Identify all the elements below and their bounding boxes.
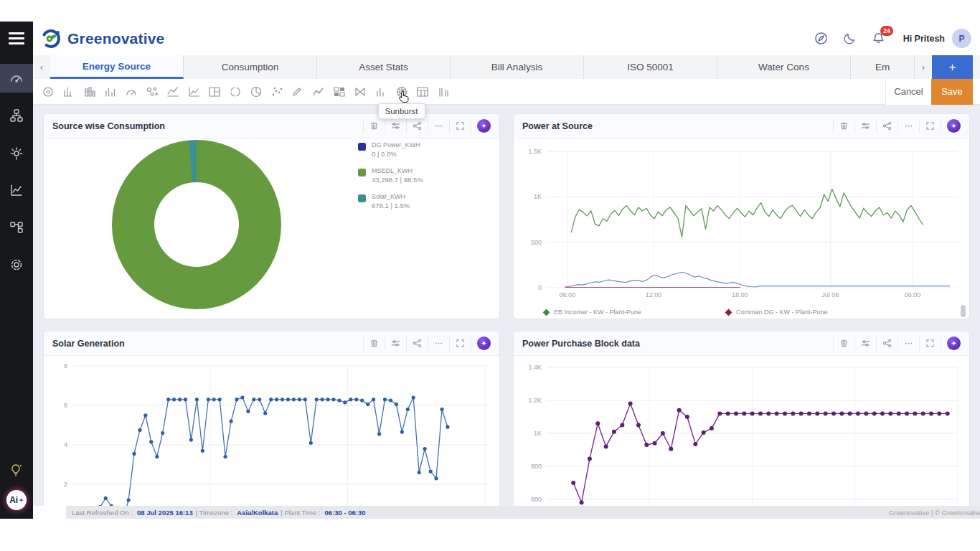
tab-scroll-left-icon[interactable]: ‹ [33,55,50,79]
axis-line-chart-icon[interactable] [183,84,204,100]
panel-actions: ✦ [833,331,966,355]
save-button[interactable]: Save [931,79,973,105]
line-chart-icon[interactable] [162,84,183,100]
chart-legend: EB Incomer - KW - Plant-Pune Comman DG -… [514,303,969,319]
filter-sliders-icon[interactable] [385,336,406,351]
sidebar-item-automation[interactable] [0,138,33,167]
legend-item[interactable]: MSEDL_KWH 43,298.7 | 98.5% [358,167,423,184]
legend-label: MSEDL_KWH [372,167,423,174]
svg-text:600: 600 [531,496,542,503]
power-purchase-line-chart[interactable]: 6008001K1.2K1.4K [514,356,970,506]
panel-ai-icon[interactable]: ✦ [941,119,966,133]
footer-copyright: Greenovative | © Greenovative Energy [889,509,980,517]
more-options-icon[interactable] [897,119,919,133]
legend-item[interactable]: DG Power_KWH 0 | 0.0% [358,141,423,158]
share-icon[interactable] [876,119,897,133]
more-options-icon[interactable] [428,119,449,133]
doughnut-chart-icon[interactable] [37,84,58,100]
solar-generation-line-chart[interactable]: 02468 [44,356,500,506]
legend-item[interactable]: Solar_KWH 678.1 | 1.5% [358,193,423,209]
tab-consumption[interactable]: Consumption [184,55,317,79]
svg-text:18:00: 18:00 [732,291,748,298]
svg-text:2: 2 [64,481,67,488]
legend-swatch [358,143,366,151]
tab-energy-source[interactable]: Energy Source [50,55,184,79]
more-options-icon[interactable] [428,336,449,351]
svg-text:800: 800 [531,463,542,470]
sidebar-item-process-flow[interactable] [0,213,33,242]
histogram-icon[interactable] [370,84,391,100]
filter-sliders-icon[interactable] [854,119,876,133]
tab-bill-analysis[interactable]: Bill Analysis [451,55,584,79]
compass-icon[interactable] [814,31,829,47]
scatter-plot-icon[interactable] [266,84,287,100]
expand-icon[interactable] [449,336,471,351]
grouped-bar-chart-icon[interactable] [100,84,121,100]
gauge-icon[interactable] [121,84,141,100]
multi-line-chart-icon[interactable] [308,84,329,100]
table-icon[interactable] [412,84,433,100]
delete-icon[interactable] [833,119,854,133]
share-icon[interactable] [876,336,897,351]
share-icon[interactable] [406,119,428,133]
more-options-icon[interactable] [897,336,919,351]
heatmap-icon[interactable] [329,84,349,100]
butterfly-chart-icon[interactable] [349,84,370,100]
share-icon[interactable] [406,336,428,351]
last-refreshed-value: 08 Jul 2025 16:13 [137,509,193,517]
filter-sliders-icon[interactable] [385,119,406,133]
sidebar-item-asset-hierarchy[interactable] [0,101,33,130]
dark-mode-moon-icon[interactable] [842,31,858,47]
sunburst-icon[interactable]: Sunburst [391,84,412,100]
panel-actions: ✦ [363,331,496,355]
tab-water-cons[interactable]: Water Cons [717,55,851,79]
expand-icon[interactable] [919,336,941,351]
ai-assistant-button[interactable]: Ai✦ [6,490,27,510]
stacked-bar-chart-icon[interactable] [79,84,100,100]
svg-text:1K: 1K [534,430,542,437]
doughnut-icon[interactable] [225,84,245,100]
hamburger-menu-icon[interactable] [0,22,33,55]
insights-bulb-icon[interactable] [9,463,24,480]
power-at-source-line-chart[interactable]: 06:0012:0018:00Jul 0806:0005001K1.5K [514,138,970,301]
delete-icon[interactable] [363,336,385,351]
filter-sliders-icon[interactable] [854,336,876,351]
legend-item[interactable]: Comman DG - KW - Plant-Pune [726,309,828,316]
sidebar-item-dashboard[interactable] [0,64,33,93]
panel-header: Power at Source ✦ [514,114,969,138]
add-tab-button[interactable]: + [932,55,973,79]
bar-chart-icon[interactable] [58,84,79,100]
tab-em-truncated[interactable]: Em [851,55,915,79]
panel-ai-icon[interactable]: ✦ [941,336,966,350]
panel-ai-icon[interactable]: ✦ [471,336,496,350]
delete-icon[interactable] [363,119,385,133]
user-avatar[interactable]: P [952,29,971,48]
paired-bar-chart-icon[interactable] [433,84,453,100]
legend-swatch [358,194,366,202]
tab-asset-stats[interactable]: Asset Stats [317,55,451,79]
legend-item[interactable]: EB Incomer - KW - Plant-Pune [544,309,641,316]
edit-pencil-icon[interactable] [287,84,308,100]
expand-icon[interactable] [449,119,471,133]
expand-icon[interactable] [919,119,941,133]
panel-header: Power Purchase Block data ✦ [514,331,969,356]
treemap-icon[interactable] [204,84,225,100]
bubble-chart-icon[interactable] [141,84,162,100]
user-greeting: Hi Pritesh [903,34,945,44]
legend-swatch [358,169,366,176]
panel-ai-icon[interactable]: ✦ [471,119,496,133]
sidebar-item-settings[interactable] [0,250,33,279]
delete-icon[interactable] [833,336,854,351]
legend-marker [543,309,550,316]
cancel-button[interactable]: Cancel [885,79,931,105]
pie-chart-icon[interactable] [245,84,266,100]
svg-text:06:00: 06:00 [905,291,921,298]
tab-scroll-right-icon[interactable]: › [915,55,932,79]
tab-iso-50001[interactable]: ISO 50001 [584,55,717,79]
legend-scrollbar-thumb[interactable] [961,305,966,317]
dashboard-tabbar: ‹ Energy Source Consumption Asset Stats … [33,55,980,79]
notification-count-badge: 24 [880,26,892,36]
notifications-bell-icon[interactable]: 24 [871,31,887,47]
sidebar-item-analytics[interactable] [0,176,33,204]
donut-legend: DG Power_KWH 0 | 0.0% MSEDL_KWH 43,298.7… [358,141,423,209]
